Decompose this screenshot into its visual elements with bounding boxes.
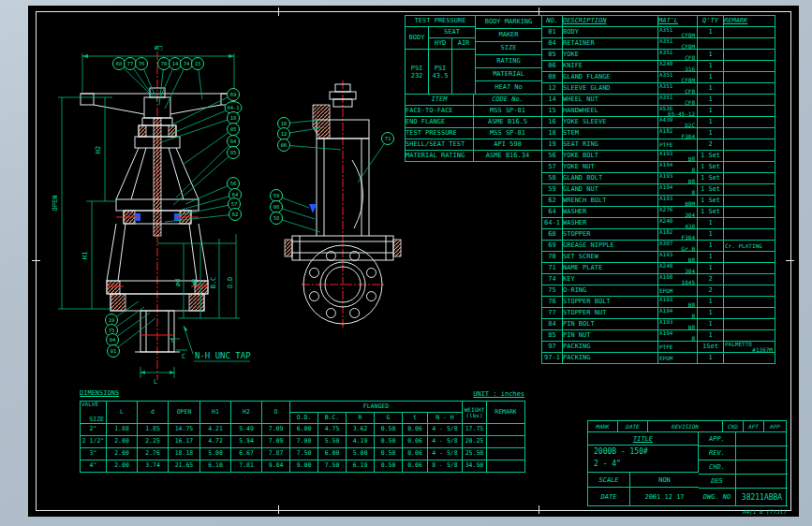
table-cell: 1 Set xyxy=(698,151,724,162)
table-cell: 20.25 xyxy=(463,436,487,448)
drawing-canvas[interactable]: ø□ OPEN H2 H1 ød øR B.C O.D t C L N-H UN… xyxy=(28,6,799,517)
svg-text:01: 01 xyxy=(111,348,117,354)
table-cell: SHELL/SEAT TEST xyxy=(406,139,474,151)
dim-small-d: ød xyxy=(174,279,182,286)
table-row: 12SLEEVE GLANDA351CF81 xyxy=(542,83,775,95)
dim-r: øR xyxy=(191,278,199,286)
body-label: BODY xyxy=(406,27,429,50)
table-row: 76STOPPER BOLTA193B81 xyxy=(542,297,775,308)
table-cell: A351CF8 xyxy=(658,83,698,95)
table-row: 84PIN BOLTA193B81 xyxy=(542,319,775,330)
table-cell: 1 xyxy=(698,319,724,330)
tb-dwg-value: 38211ABBA xyxy=(736,489,788,506)
table-cell: 19 xyxy=(542,139,563,151)
table-cell: 1 xyxy=(698,95,724,106)
parts-header-no: NO. xyxy=(542,16,563,27)
seat-label: SEAT xyxy=(429,27,476,38)
tb-header-apt: APT xyxy=(744,421,764,432)
table-cell: 2.00 xyxy=(107,436,138,448)
tb-des-value xyxy=(736,475,788,489)
table-row: 19SEAT RINGPTFE2 xyxy=(542,139,775,151)
table-cell: SLEEVE GLAND xyxy=(563,83,658,95)
tb-header-date: DATE xyxy=(618,421,648,432)
table-cell: PTFE xyxy=(658,139,698,151)
svg-text:08: 08 xyxy=(273,204,280,210)
table-cell xyxy=(724,274,775,285)
table-cell: 0.50 xyxy=(375,448,403,460)
table-row: 15HANDWHEELA53665-45-121 xyxy=(542,106,775,117)
tb-title-label: TITLE xyxy=(588,432,699,446)
table-cell: 3" xyxy=(81,448,107,460)
table-cell: 1 xyxy=(698,252,724,263)
col-h2: H2 xyxy=(231,402,262,424)
air-pressure xyxy=(452,50,476,95)
body-marking-table: BODY MARKING MAKER SIZE RATING MATERIAL … xyxy=(475,15,542,95)
dim-l: L xyxy=(154,378,157,386)
balloon-76: 76 xyxy=(136,58,158,102)
table-cell: 6.19 xyxy=(347,460,375,473)
balloon-06: 06 xyxy=(278,139,342,152)
table-cell: 4" xyxy=(81,460,107,473)
table-cell: 1 xyxy=(698,218,724,229)
table-cell xyxy=(724,139,775,151)
table-cell: 1 xyxy=(698,72,724,83)
table-cell: 05 xyxy=(542,50,563,61)
table-cell: 34.50 xyxy=(463,460,487,473)
table-cell: 08 xyxy=(542,72,563,83)
table-cell: 68 xyxy=(542,229,563,241)
dim-open: OPEN xyxy=(52,196,59,212)
table-row: 3"2.002.7618.185.006.677.877.506.005.000… xyxy=(81,448,525,460)
svg-text:04: 04 xyxy=(110,337,116,343)
table-row: 64-1WASHERA2404301 xyxy=(542,218,775,229)
table-cell: 2 xyxy=(698,139,724,151)
svg-text:58: 58 xyxy=(273,215,280,221)
table-cell: 1 xyxy=(698,117,724,128)
table-cell: A193B8 xyxy=(658,173,698,184)
table-row: 62WRENCH BOLTA193B8M1 Set xyxy=(542,196,775,207)
table-cell xyxy=(724,117,775,128)
table-cell: 4.19 xyxy=(347,436,375,448)
table-cell: A1948 xyxy=(658,308,698,319)
table-cell: 2 xyxy=(698,274,724,285)
table-cell: STOPPER xyxy=(563,229,658,241)
table-cell: 21.65 xyxy=(169,460,200,473)
table-cell: 2.00 xyxy=(107,448,138,460)
table-row: 75O-RINGEPDM2 xyxy=(542,285,775,297)
col-h1: H1 xyxy=(200,402,231,424)
table-cell: A351CF8M xyxy=(658,38,698,50)
table-cell xyxy=(487,460,525,473)
balloon-58: 58 xyxy=(271,212,321,233)
dim-c: C xyxy=(182,353,185,360)
parts-header-qty: Q'TY xyxy=(698,16,724,27)
table-cell: API 598 xyxy=(474,139,542,151)
tb-des-label: DES xyxy=(699,475,736,489)
table-row: 08GLAND FLANGEA351CF8M1 xyxy=(542,72,775,83)
svg-text:64: 64 xyxy=(232,192,239,197)
table-cell: A240304 xyxy=(658,263,698,274)
table-cell: A240430 xyxy=(658,218,698,229)
table-cell xyxy=(724,297,775,308)
table-cell: WRENCH BOLT xyxy=(563,196,658,207)
table-row: 14WHEEL NUTA351CF81 xyxy=(542,95,775,106)
dim-dia-d: ø□ xyxy=(155,44,163,51)
tb-chd-value xyxy=(736,460,788,475)
table-cell: 0.06 xyxy=(403,436,428,448)
table-cell: 14.75 xyxy=(169,424,200,436)
table-row: MATERIAL RATINGASME B16.34 xyxy=(406,151,542,162)
table-cell: A439D2C xyxy=(658,117,698,128)
table-cell xyxy=(724,218,775,229)
table-cell: 1Set xyxy=(698,342,724,353)
svg-text:59: 59 xyxy=(273,193,280,198)
table-cell xyxy=(487,436,525,448)
table-cell: 1 Set xyxy=(698,196,724,207)
svg-text:06: 06 xyxy=(281,142,288,148)
table-cell: 7.09 xyxy=(262,436,290,448)
table-cell: A182F304 xyxy=(658,229,698,241)
svg-text:84: 84 xyxy=(230,139,237,144)
tb-app-label: APP. xyxy=(699,432,736,446)
balloon-callouts: 687776701474156964-118058485566457621975… xyxy=(106,58,394,358)
tb-rev-value xyxy=(736,446,788,460)
table-cell: A182F304 xyxy=(658,128,698,139)
table-cell: 2" xyxy=(81,424,107,436)
table-cell: 4.21 xyxy=(200,424,231,436)
